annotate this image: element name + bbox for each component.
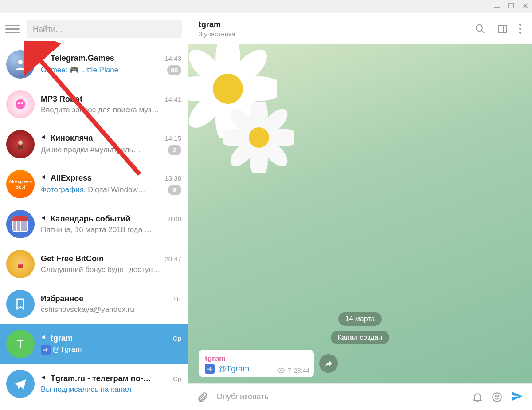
megaphone-icon <box>41 374 48 383</box>
chat-subtitle: Вы подписались на канал <box>41 385 181 394</box>
avatar: T <box>6 330 35 358</box>
svg-point-8 <box>21 102 23 104</box>
chat-item-calendar[interactable]: Календарь событий 8:00 Пятница, 16 марта… <box>0 204 188 244</box>
chat-subtitle: Дикие предки #мультфиль… <box>41 146 164 154</box>
megaphone-icon <box>41 134 48 142</box>
chat-title: Календарь событий <box>51 214 130 224</box>
bell-icon[interactable] <box>472 391 483 403</box>
svg-point-37 <box>280 370 282 372</box>
megaphone-icon <box>41 334 48 343</box>
message-time: 23:44 <box>294 367 309 374</box>
message-views: 7 <box>288 367 291 374</box>
svg-rect-1 <box>509 4 514 8</box>
arrow-right-icon: ➜ <box>205 364 215 374</box>
calendar-icon <box>12 216 28 232</box>
megaphone-icon <box>41 173 48 182</box>
send-button[interactable] <box>511 390 523 404</box>
chat-time: 8:00 <box>168 215 181 223</box>
svg-line-14 <box>481 30 484 33</box>
sidepanel-icon[interactable] <box>497 24 508 34</box>
message-meta: 7 23:44 <box>277 367 309 375</box>
avatar <box>6 290 35 318</box>
bookmark-icon <box>14 297 27 311</box>
chat-time: 20:47 <box>164 255 181 263</box>
sidebar: Telegram.Games 14:43 Gamee: 🎮 Little Pla… <box>0 13 188 410</box>
avatar <box>6 370 35 398</box>
chat-title: AliExpress <box>51 173 92 183</box>
minimize-button[interactable] <box>494 3 500 11</box>
background-decoration <box>223 102 294 173</box>
chat-title: tgram <box>51 334 73 343</box>
svg-point-26 <box>213 74 243 104</box>
megaphone-icon <box>41 214 48 223</box>
chat-item-tgram[interactable]: T tgram Ср ➜@Tgram <box>0 324 188 364</box>
attach-icon[interactable] <box>197 391 208 403</box>
chat-title: Get Free BitCoin <box>41 254 104 264</box>
service-message: Канал создан <box>331 331 390 344</box>
chat-subtitle: Введите запрос для поиска муз… <box>41 106 181 114</box>
svg-point-5 <box>18 60 23 64</box>
chat-subtitle: Следующий бонус будет доступ… <box>41 265 181 274</box>
unread-badge: 8 <box>168 185 181 195</box>
chat-item-aliexpress[interactable]: AliExpress Best AliExpress 13:38 Фотогра… <box>0 164 188 204</box>
avatar <box>6 130 35 158</box>
conversation-header: tgram 3 участника <box>188 13 532 44</box>
chat-time: 13:38 <box>164 174 181 182</box>
forward-button[interactable] <box>319 354 338 373</box>
svg-point-40 <box>498 395 499 396</box>
chat-time: 14:43 <box>164 55 181 62</box>
avatar: AliExpress Best <box>6 170 35 198</box>
chat-time: Чт <box>174 295 181 303</box>
avatar <box>6 50 35 79</box>
message-bubble[interactable]: tgram ➜@Tgram 7 23:44 <box>199 350 314 377</box>
chat-subtitle: cshishovsckaya@yandex.ru <box>41 305 181 314</box>
chat-item-telegram-games[interactable]: Telegram.Games 14:43 Gamee: 🎮 Little Pla… <box>0 44 188 84</box>
svg-rect-12 <box>18 264 23 268</box>
chat-item-kinoklyacha[interactable]: Кинокляча 14:15 Дикие предки #мультфиль…… <box>0 124 188 164</box>
chat-time: 14:15 <box>164 134 181 142</box>
svg-rect-15 <box>498 25 506 32</box>
telegram-icon <box>14 377 27 390</box>
maximize-button[interactable] <box>508 3 514 11</box>
conversation-header-info[interactable]: tgram 3 участника <box>199 20 475 38</box>
menu-button[interactable] <box>5 22 20 36</box>
svg-point-6 <box>16 99 26 110</box>
chat-time: 14:41 <box>164 95 181 103</box>
chat-title: MP3 Robot <box>41 95 82 104</box>
unread-badge: 90 <box>167 65 181 75</box>
svg-point-11 <box>18 260 23 264</box>
close-button[interactable] <box>522 3 528 11</box>
avatar <box>6 210 35 238</box>
chat-area: 14 марта Канал создан tgram ➜@Tgram 7 23… <box>188 44 532 383</box>
chat-item-bitcoin[interactable]: Get Free BitCoin 20:47 Следующий бонус б… <box>0 244 188 284</box>
chat-subtitle: Gamee: 🎮 Little Plane <box>41 65 164 75</box>
message-author: tgram <box>205 354 308 363</box>
avatar <box>6 250 35 278</box>
svg-rect-10 <box>18 146 23 149</box>
chat-subtitle: ➜@Tgram <box>41 345 181 355</box>
chat-item-saved[interactable]: Избранное Чт cshishovsckaya@yandex.ru <box>0 284 188 324</box>
svg-point-39 <box>495 395 496 396</box>
search-input[interactable] <box>33 24 176 34</box>
megaphone-icon <box>41 54 48 63</box>
chat-subtitle: Фотография, Digital Window… <box>41 185 164 194</box>
chat-time: Ср <box>173 335 181 342</box>
unread-badge: 2 <box>168 145 181 155</box>
window-titlebar <box>0 0 532 13</box>
chat-item-mp3-robot[interactable]: MP3 Robot 14:41 Введите запрос для поиск… <box>0 84 188 124</box>
date-separator: 14 марта <box>338 312 382 326</box>
svg-point-36 <box>249 127 269 148</box>
conversation-pane: tgram 3 участника 14 марта <box>188 13 532 410</box>
chat-title: Кинокляча <box>51 134 93 143</box>
conversation-subtitle: 3 участника <box>199 30 475 38</box>
chat-title: Tgram.ru - телеграм по-… <box>51 374 151 383</box>
composer <box>188 383 532 410</box>
more-menu-button[interactable] <box>519 24 521 34</box>
emoji-icon[interactable] <box>491 391 503 403</box>
search-icon[interactable] <box>475 24 485 34</box>
search-input-wrapper[interactable] <box>27 20 182 38</box>
arrow-right-icon: ➜ <box>41 345 51 355</box>
compose-input[interactable] <box>216 392 464 402</box>
chat-item-tgram-ru[interactable]: Tgram.ru - телеграм по-… Ср Вы подписали… <box>0 364 188 404</box>
avatar <box>6 90 35 118</box>
